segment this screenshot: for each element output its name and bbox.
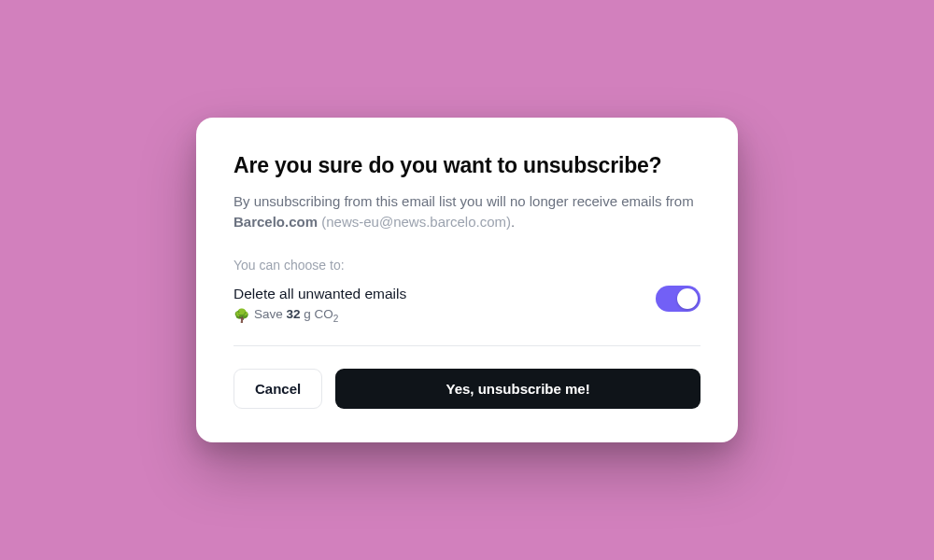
save-text: Save 32 g CO2 (254, 307, 338, 324)
description-suffix: . (511, 214, 515, 230)
option-text: Delete all unwanted emails 🌳 Save 32 g C… (234, 286, 656, 324)
button-row: Cancel Yes, unsubscribe me! (234, 369, 700, 409)
option-subtitle: 🌳 Save 32 g CO2 (234, 307, 656, 324)
description-prefix: By unsubscribing from this email list yo… (234, 193, 694, 209)
cancel-button[interactable]: Cancel (234, 369, 322, 409)
save-unit: g CO2 (301, 307, 339, 321)
modal-title: Are you sure do you want to unsubscribe? (234, 153, 700, 178)
confirm-unsubscribe-button[interactable]: Yes, unsubscribe me! (335, 369, 700, 409)
sender-name: Barcelo.com (234, 214, 318, 230)
sender-email: (news-eu@news.barcelo.com) (318, 214, 511, 230)
option-row: Delete all unwanted emails 🌳 Save 32 g C… (234, 286, 700, 347)
unsubscribe-modal: Are you sure do you want to unsubscribe?… (196, 118, 738, 443)
option-title: Delete all unwanted emails (234, 286, 656, 302)
modal-description: By unsubscribing from this email list yo… (234, 191, 700, 233)
save-value: 32 (287, 307, 301, 321)
save-prefix: Save (254, 307, 287, 321)
delete-emails-toggle[interactable] (656, 286, 700, 312)
choose-label: You can choose to: (234, 258, 700, 273)
tree-icon: 🌳 (234, 308, 249, 323)
toggle-knob (677, 288, 698, 309)
